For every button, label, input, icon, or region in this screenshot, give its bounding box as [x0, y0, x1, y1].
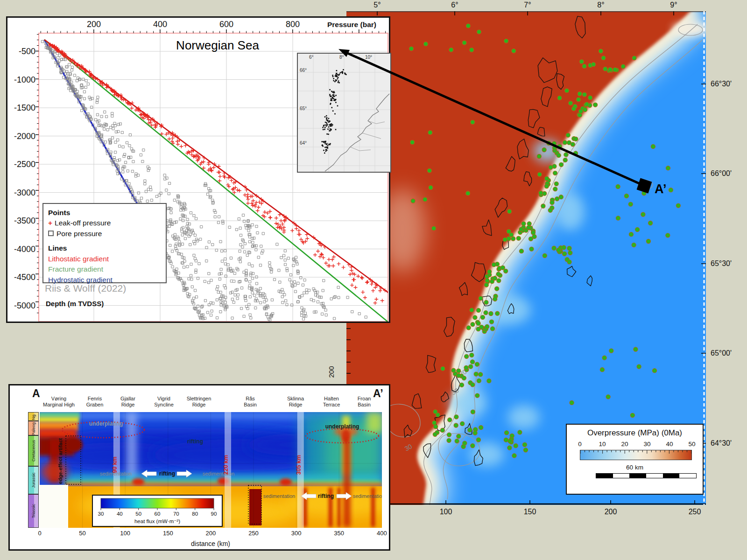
structure-label: SklinnaRidge: [275, 396, 316, 408]
distance-tick-label: 0: [38, 530, 41, 537]
map-lat-label: 66°30': [711, 80, 732, 88]
plus-marker-icon: +: [48, 219, 52, 227]
overpressure-tick-label: 50: [688, 441, 695, 448]
heatflux-section-panel: A A’ VøringMarginal HighFenrisGrabenGjal…: [8, 384, 390, 551]
chart-legend: Points +Leak-off pressure Pore pressure …: [42, 203, 167, 283]
credit-text: Riis & Wolff (2022): [45, 283, 126, 294]
chart-title: Norwegian Sea: [148, 38, 288, 53]
svg-text:sedimentation: sedimentation: [263, 493, 296, 499]
svg-text:30: 30: [98, 511, 104, 517]
depth-tick-label: -1500: [8, 103, 35, 113]
depth-tick-label: -3500: [8, 216, 35, 226]
svg-text:rifting: rifting: [187, 438, 203, 445]
distance-tick-label: 300: [291, 530, 302, 537]
map-x-tick-label: 150: [524, 508, 536, 516]
overpressure-tick-label: 10: [599, 441, 606, 448]
map-x-tick-label: 250: [689, 508, 701, 516]
inset-lat-label: 65°: [300, 106, 307, 111]
inset-lat-label: 64°: [300, 140, 307, 146]
overpressure-tick-label: 20: [621, 441, 628, 448]
structure-label: VøringMarginal High: [39, 396, 79, 408]
svg-text:underplating: underplating: [325, 423, 359, 430]
svg-text:80: 80: [192, 511, 198, 517]
map-lat-label: 64°30': [711, 439, 732, 448]
depth-tick-label: -5000: [8, 301, 35, 310]
svg-text:edge-effect artifact: edge-effect artifact: [57, 438, 63, 484]
map-y-tick-label: 200: [327, 364, 335, 378]
strat-unit-jurassic: Jurassic: [28, 466, 39, 494]
map-lon-label: 6°: [451, 1, 458, 9]
pressure-tick-label: 600: [219, 20, 233, 29]
strat-unit-triassic: Triassic: [28, 494, 39, 528]
legend-pore-entry: Pore pressure: [48, 229, 161, 239]
depth-axis-label: Depth (m TVDSS): [46, 300, 104, 308]
map-lon-label: 9°: [670, 1, 677, 9]
svg-text:60: 60: [155, 511, 161, 517]
overpressure-tick-label: 30: [643, 441, 650, 448]
map-legend: Overpressure (MPa) (0Ma) 01020304050 60 …: [566, 424, 704, 495]
scale-bar: [596, 473, 697, 478]
depth-tick-label: -4500: [8, 273, 35, 282]
pressure-tick-label: 400: [153, 20, 167, 29]
strat-unit-ng: Ng.: [28, 412, 39, 421]
svg-text:rifting: rifting: [159, 470, 175, 477]
inset-lon-label: 6°: [309, 55, 314, 60]
map-lon-label: 5°: [374, 1, 381, 9]
svg-text:sedimentation: sedimentation: [353, 493, 382, 499]
distance-tick-label: 200: [206, 530, 216, 537]
distance-tick-label: 350: [334, 530, 344, 537]
overpressure-tick-label: 0: [578, 441, 582, 448]
strat-unit-paleog: Paleog.: [28, 421, 39, 435]
depth-tick-label: -4000: [8, 244, 35, 254]
svg-text:40: 40: [117, 511, 123, 517]
svg-text:90 km: 90 km: [112, 456, 118, 473]
svg-text:50: 50: [135, 511, 141, 517]
overpressure-map: 203030 Overpressure (MPa) (0Ma) 01020304…: [346, 11, 706, 505]
pressure-depth-panel: Norwegian Sea Pressure (bar) 20040060080…: [6, 16, 390, 323]
svg-text:heat flux (mW·m⁻²): heat flux (mW·m⁻²): [134, 518, 180, 524]
distance-tick-label: 50: [79, 530, 85, 537]
pressure-tick-label: 800: [286, 20, 300, 29]
inset-lon-label: 8°: [339, 55, 344, 60]
map-x-tick-label: 200: [605, 508, 617, 516]
distance-tick-label: 250: [248, 530, 259, 537]
structure-label: GjallarRidge: [108, 396, 148, 408]
inset-lat-label: 66°: [300, 68, 307, 73]
depth-tick-label: -3000: [8, 188, 35, 197]
square-marker-icon: [48, 231, 54, 236]
depth-tick-label: -2000: [8, 131, 35, 141]
strat-unit-cretaceous: Cretaceous: [28, 435, 39, 466]
pressure-tick-label: 200: [87, 20, 101, 29]
map-lon-label: 7°: [524, 1, 531, 9]
map-lat-label: 65°30': [711, 259, 732, 268]
structure-label: SlettringenRidge: [179, 396, 219, 408]
distance-axis-label: distance (km): [164, 540, 257, 547]
structure-label: VigridSyncline: [144, 396, 184, 408]
depth-tick-label: -2500: [8, 160, 35, 169]
map-lat-label: 65°00': [711, 349, 732, 357]
figure-canvas: 203030 Overpressure (MPa) (0Ma) 01020304…: [0, 0, 747, 560]
overpressure-tick-label: 40: [666, 441, 673, 448]
legend-points-header: Points: [48, 208, 161, 218]
distance-tick-label: 100: [120, 530, 130, 537]
legend-lithostatic-entry: Lithostatic gradient: [48, 254, 161, 264]
overpressure-colorbar: [580, 450, 692, 460]
location-inset-map: 6°8°10°66°65°64°: [297, 53, 391, 173]
svg-text:rifting: rifting: [318, 493, 334, 499]
map-x-tick-label: 100: [440, 508, 452, 516]
map-lat-label: 66°00': [711, 169, 732, 178]
legend-leakoff-entry: +Leak-off pressure: [48, 218, 161, 228]
svg-text:sedimentation: sedimentation: [203, 471, 235, 476]
svg-text:220 km: 220 km: [223, 455, 229, 475]
svg-text:90: 90: [211, 511, 217, 517]
depth-tick-label: -1000: [8, 75, 35, 84]
structure-label: RåsBasin: [230, 396, 270, 408]
svg-text:underplating: underplating: [89, 420, 123, 427]
structure-label: FroanBasin: [344, 396, 384, 408]
distance-tick-label: 150: [163, 530, 173, 537]
scale-bar-label: 60 km: [567, 464, 703, 471]
svg-text:70: 70: [173, 511, 179, 517]
distance-tick-label: 400: [377, 530, 387, 537]
svg-text:305 km: 305 km: [296, 455, 302, 475]
inset-lon-label: 10°: [365, 55, 372, 60]
